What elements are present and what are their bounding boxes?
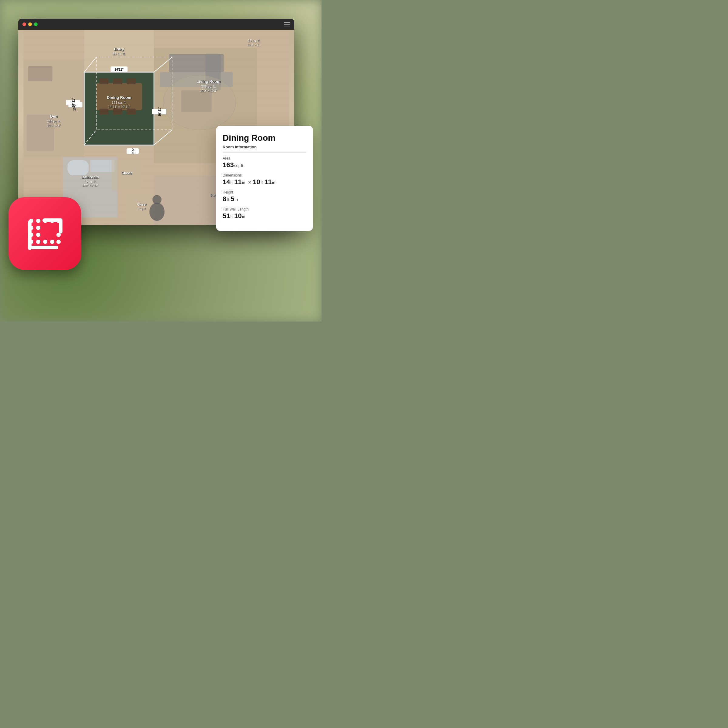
wall-length-value: 51 ft 10 in	[223, 212, 306, 220]
svg-rect-40	[113, 78, 122, 84]
maximize-button[interactable]	[34, 23, 38, 26]
titlebar	[18, 19, 294, 30]
svg-rect-47	[90, 160, 115, 172]
area-value: 163 sq. ft.	[223, 161, 306, 169]
svg-text:14'11": 14'11"	[115, 68, 124, 71]
svg-point-98	[50, 240, 54, 244]
svg-rect-104	[28, 220, 32, 250]
area-label: Area	[223, 156, 306, 161]
section-label: Room Information	[223, 145, 306, 149]
app-icon[interactable]	[9, 197, 81, 270]
menu-line-2	[284, 24, 290, 24]
dim-ft2: 10	[253, 178, 260, 186]
minimize-button[interactable]	[28, 23, 32, 26]
svg-text:18' 8" × 1...: 18' 8" × 1...	[247, 43, 261, 46]
info-card: Dining Room Room Information Area 163 sq…	[216, 126, 313, 231]
area-unit: sq. ft.	[234, 163, 245, 168]
svg-point-97	[43, 240, 47, 244]
room-title: Dining Room	[223, 133, 306, 143]
app-icon-svg	[24, 213, 66, 255]
menu-icon[interactable]	[284, 22, 290, 26]
dim-in-unit-2: in	[272, 180, 275, 185]
dimensions-label: Dimensions	[223, 173, 306, 177]
dim-in-unit-1: in	[242, 180, 245, 185]
dimensions-row: Dimensions 14 ft 11 in × 10 ft 11 in	[223, 173, 306, 186]
height-ft-unit: ft	[226, 197, 229, 202]
dim-in1: 11	[234, 178, 242, 186]
height-value: 8 ft 5 in	[223, 195, 306, 203]
dim-in2: 11	[264, 178, 271, 186]
wall-length-label: Full Wall Length	[223, 207, 306, 211]
svg-text:Closet: Closet	[122, 171, 132, 175]
svg-rect-48	[112, 160, 142, 191]
card-divider	[223, 152, 306, 153]
svg-point-90	[36, 219, 40, 223]
height-row: Height 8 ft 5 in	[223, 190, 306, 203]
svg-rect-39	[99, 78, 109, 84]
svg-rect-46	[68, 160, 89, 175]
svg-point-94	[36, 232, 40, 237]
area-row: Area 163 sq. ft.	[223, 156, 306, 169]
svg-text:Bathroom: Bathroom	[82, 175, 99, 179]
svg-text:11'3" × 5' 11": 11'3" × 5' 11"	[82, 184, 98, 187]
svg-text:163 sq. ft.: 163 sq. ft.	[112, 101, 126, 104]
svg-rect-42	[99, 109, 109, 115]
wall-ft-unit: ft	[230, 214, 232, 219]
svg-text:Living Room: Living Room	[197, 79, 220, 84]
dim-ft-unit-2: ft	[260, 180, 263, 185]
svg-text:10' 11": 10' 11"	[158, 107, 161, 116]
svg-point-88	[153, 195, 162, 204]
dim-separator: ×	[248, 179, 251, 186]
svg-text:Den: Den	[50, 114, 58, 119]
svg-text:10' 11": 10' 11"	[72, 98, 75, 107]
svg-rect-105	[28, 246, 58, 249]
close-button[interactable]	[23, 23, 26, 26]
svg-rect-107	[59, 219, 63, 234]
svg-text:Dining Room: Dining Room	[107, 95, 132, 100]
dimensions-value: 14 ft 11 in × 10 ft 11 in	[223, 178, 306, 186]
svg-point-92	[36, 226, 40, 230]
height-label: Height	[223, 190, 306, 194]
svg-point-96	[36, 240, 40, 244]
wall-in-unit: in	[242, 214, 245, 219]
height-in: 5	[231, 195, 234, 203]
svg-text:20'0" × 19'8": 20'0" × 19'8"	[200, 89, 217, 93]
area-number: 163	[223, 161, 234, 169]
svg-text:59 sq. ft.: 59 sq. ft.	[84, 180, 96, 183]
svg-rect-41	[127, 78, 136, 84]
window-controls	[23, 23, 38, 26]
svg-text:10' × 15' 6": 10' × 15' 6"	[47, 124, 60, 127]
svg-text:25' sq. ft.: 25' sq. ft.	[248, 39, 260, 43]
wall-ft: 51	[223, 212, 230, 220]
height-ft: 8	[223, 195, 226, 203]
svg-rect-35	[28, 66, 52, 81]
dim-ft-unit-1: ft	[230, 180, 232, 185]
wall-length-row: Full Wall Length 51 ft 10 in	[223, 207, 306, 220]
svg-point-87	[150, 203, 165, 221]
svg-text:Closet: Closet	[137, 203, 147, 206]
svg-rect-44	[127, 109, 136, 115]
menu-line-1	[284, 22, 290, 23]
svg-text:55 sq. ft.: 55 sq. ft.	[113, 52, 125, 55]
svg-text:Entry: Entry	[114, 47, 124, 51]
svg-text:8' 5": 8' 5"	[132, 148, 135, 154]
svg-text:388 sq. ft.: 388 sq. ft.	[201, 85, 216, 88]
svg-point-100	[57, 240, 61, 244]
height-in-unit: in	[234, 197, 238, 202]
svg-text:244 sq. ft.: 244 sq. ft.	[47, 120, 61, 123]
menu-line-3	[284, 26, 290, 26]
svg-text:3 sq. ft.: 3 sq. ft.	[138, 207, 147, 210]
svg-text:14' 11" × 10' 11": 14' 11" × 10' 11"	[108, 105, 130, 109]
dim-ft1: 14	[223, 178, 230, 186]
svg-rect-43	[113, 109, 122, 115]
wall-in: 10	[234, 212, 242, 220]
